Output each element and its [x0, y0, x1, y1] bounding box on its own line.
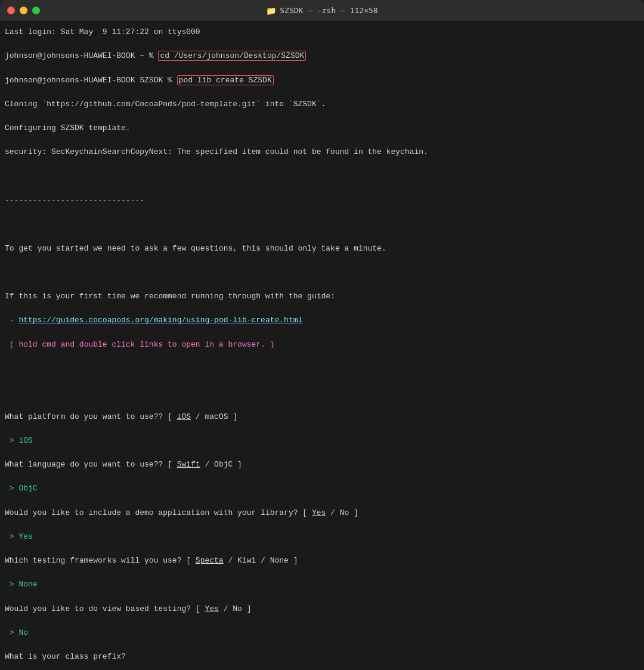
- line-8: ------------------------------: [5, 194, 637, 206]
- line-21: Would you like to include a demo applica…: [5, 507, 637, 519]
- line-13: - https://guides.cocoapods.org/making/us…: [5, 314, 637, 326]
- line-10: To get you started we need to ask a few …: [5, 243, 637, 255]
- titlebar: 📁 SZSDK — -zsh — 112×58: [0, 0, 644, 21]
- line-2: johnson@johnsons-HUAWEI-BOOK ~ % cd /Use…: [5, 50, 637, 62]
- minimize-button[interactable]: [20, 7, 27, 14]
- line-6: security: SecKeychainSearchCopyNext: The…: [5, 146, 637, 158]
- line-15: [5, 363, 637, 375]
- line-11: [5, 267, 637, 279]
- cmd-cd: cd /Users/johnson/Desktop/SZSDK: [158, 51, 306, 61]
- line-17: What platform do you want to use?? [ iOS…: [5, 411, 637, 423]
- line-1: Last login: Sat May 9 11:27:22 on ttys00…: [5, 26, 637, 38]
- traffic-lights: [7, 7, 40, 14]
- terminal-window: 📁 SZSDK — -zsh — 112×58 Last login: Sat …: [0, 0, 644, 670]
- line-24: > None: [5, 579, 637, 591]
- line-19: What language do you want to use?? [ Swi…: [5, 459, 637, 471]
- line-16: [5, 387, 637, 399]
- cmd-pod: pod lib create SZSDK: [177, 75, 274, 85]
- line-23: Which testing frameworks will you use? […: [5, 555, 637, 567]
- folder-icon: 📁: [266, 6, 276, 16]
- maximize-button[interactable]: [32, 7, 40, 14]
- line-22: > Yes: [5, 531, 637, 543]
- line-20: > ObjC: [5, 483, 637, 495]
- line-18: > iOS: [5, 435, 637, 447]
- line-5: Configuring SZSDK template.: [5, 122, 637, 134]
- title-label: SZSDK — -zsh — 112×58: [280, 6, 377, 15]
- line-9: [5, 218, 637, 230]
- line-7: [5, 171, 637, 183]
- close-button[interactable]: [7, 7, 15, 14]
- line-25: Would you like to do view based testing?…: [5, 603, 637, 615]
- window-title: 📁 SZSDK — -zsh — 112×58: [266, 6, 377, 16]
- terminal-output[interactable]: Last login: Sat May 9 11:27:22 on ttys00…: [0, 21, 644, 670]
- line-4: Cloning `https://github.com/CocoaPods/po…: [5, 98, 637, 110]
- line-3: johnson@johnsons-HUAWEI-BOOK SZSDK % pod…: [5, 75, 637, 87]
- line-27: What is your class prefix?: [5, 651, 637, 663]
- line-26: > No: [5, 627, 637, 639]
- line-14: ( hold cmd and double click links to ope…: [5, 339, 637, 351]
- line-12: If this is your first time we recommend …: [5, 291, 637, 302]
- guide-link[interactable]: https://guides.cocoapods.org/making/usin…: [18, 316, 302, 325]
